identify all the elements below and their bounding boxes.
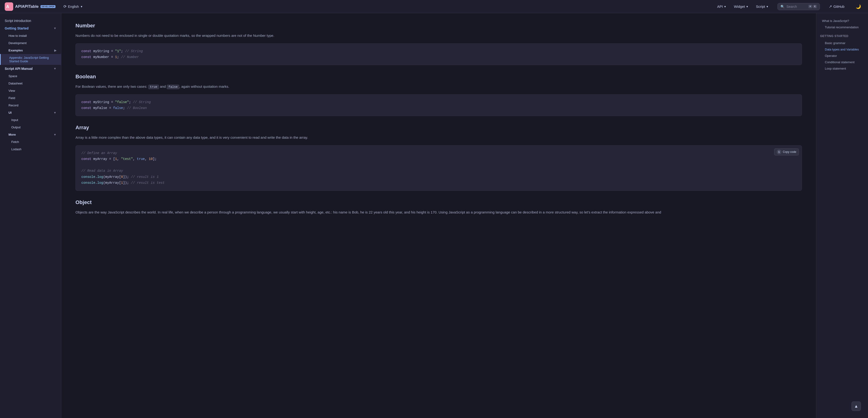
header: A APIAPITable DEVELOPER ⟳ English ▼ API … (0, 0, 868, 13)
logo-icon: A (5, 2, 13, 11)
nav-widget[interactable]: Widget ▼ (731, 3, 752, 10)
code-arr-fn2: console (81, 181, 95, 185)
section-title-object: Object (75, 199, 802, 206)
right-link-conditional[interactable]: Conditional statement (820, 59, 864, 65)
search-box[interactable]: 🔍 Search ⌘ K (777, 3, 820, 10)
code-arr-cm4: // result is test (131, 181, 165, 185)
right-link-tutorial[interactable]: Tutorial recommendation (820, 24, 864, 30)
code-arr-call2e: ]); (123, 181, 131, 185)
sidebar-item-ui[interactable]: UI ▼ (0, 109, 61, 116)
sidebar-item-output-label: Output (11, 125, 21, 129)
code-bool-var2: myFalse (91, 106, 109, 110)
sidebar-item-field[interactable]: Field (0, 94, 61, 102)
language-switcher[interactable]: ⟳ English ▼ (61, 3, 85, 10)
section-text-array: Array is a little more complex than the … (75, 135, 802, 141)
sidebar-item-getting-started[interactable]: Getting Started ▼ (0, 25, 61, 32)
sidebar-item-output[interactable]: Output (0, 124, 61, 131)
code-var-2: myNumber (91, 55, 111, 59)
code-keyword-2: const (81, 55, 91, 59)
sidebar-item-fetch-label: Fetch (11, 140, 19, 144)
sidebar-item-datasheet[interactable]: Datasheet (0, 80, 61, 87)
sidebar-item-space-label: Space (8, 74, 17, 78)
code-bool-eq2: = (109, 106, 113, 110)
nav-widget-label: Widget (734, 4, 745, 8)
code-arr-n1: 1 (115, 157, 117, 161)
sidebar-item-script-introduction[interactable]: Script introduction (0, 17, 61, 25)
code-comment-2: // Number (121, 55, 139, 59)
sidebar-item-appendix[interactable]: Appendix: JavaScript Getting Started Gui… (0, 54, 61, 65)
sidebar-item-field-label: Field (8, 96, 15, 100)
code-arr-call1e: ]); (123, 175, 131, 179)
translate-icon: ⟳ (63, 4, 66, 9)
nav-api[interactable]: API ▼ (714, 3, 730, 10)
sidebar-item-fetch[interactable]: Fetch (0, 138, 61, 146)
sidebar-item-examples[interactable]: Examples ▶ (0, 47, 61, 54)
right-sidebar: What is JavaScript? Tutorial recommendat… (816, 13, 868, 418)
sidebar-item-lodash[interactable]: Lodash (0, 146, 61, 153)
main-content: Number Numbers do not need to be enclose… (61, 13, 816, 418)
code-num: 1 (115, 55, 117, 59)
code-bool-kw1: const (81, 100, 91, 104)
boolean-text-after: , again without quotation marks. (179, 85, 229, 88)
right-link-data-types[interactable]: Data types and Variables (820, 47, 864, 52)
right-link-operator[interactable]: Operator (820, 53, 864, 59)
code-arr-dot1: . (95, 175, 97, 179)
search-key-ctrl: ⌘ (808, 5, 812, 8)
code-inline-false: false (167, 85, 179, 89)
section-title-array: Array (75, 124, 802, 131)
examples-chevron-icon: ▶ (54, 49, 56, 52)
code-bool-kw2: const (81, 106, 91, 110)
code-arr-dot2: . (95, 181, 97, 185)
code-arr-var1: myArray (91, 157, 109, 161)
right-link-what-is-js[interactable]: What is JavaScript? (820, 18, 864, 24)
copy-code-button[interactable]: 1 Copy code (774, 148, 799, 155)
code-block-array: 1 Copy code // Define an Array const myA… (75, 145, 802, 191)
nav-script-label: Script (756, 4, 765, 8)
right-link-basic-grammar[interactable]: Basic grammar (820, 40, 864, 46)
right-link-loop[interactable]: Loop statement (820, 66, 864, 71)
github-link[interactable]: ↗ GitHub (826, 2, 848, 10)
scroll-to-top-button[interactable]: ▲ (851, 401, 861, 411)
search-placeholder: Search (786, 5, 806, 8)
sidebar-item-getting-started-label: Getting Started (5, 26, 29, 30)
lang-chevron-icon: ▼ (80, 5, 83, 8)
sidebar-item-record-label: Record (8, 103, 19, 107)
nav-script[interactable]: Script ▼ (753, 3, 772, 10)
search-kbd: ⌘ K (808, 5, 817, 8)
sidebar-item-how-to-install[interactable]: How to install (0, 32, 61, 39)
lang-label: English (68, 5, 79, 8)
code-arr-call2: (myArray[ (103, 181, 121, 185)
sidebar-item-more-label: More (8, 133, 16, 136)
code-arr-log1: log (97, 175, 103, 179)
code-arr-end1: ]; (153, 157, 157, 161)
sidebar-item-record[interactable]: Record (0, 102, 61, 109)
code-arr-log2: log (97, 181, 103, 185)
theme-toggle-button[interactable]: 🌙 (854, 3, 863, 10)
sidebar-item-more[interactable]: More ▼ (0, 131, 61, 138)
sidebar-item-development[interactable]: Development (0, 39, 61, 47)
section-text-object: Objects are the way JavaScript describes… (75, 209, 802, 215)
section-text-number: Numbers do not need to be enclosed in si… (75, 33, 802, 39)
sidebar-item-script-api-manual-label: Script API Manual (5, 67, 33, 70)
nav-script-chevron-icon: ▼ (766, 5, 769, 8)
sidebar-item-script-api-manual[interactable]: Script API Manual ▼ (0, 65, 61, 72)
sidebar-item-view-label: View (8, 89, 15, 92)
main-nav: API ▼ Widget ▼ Script ▼ (714, 3, 772, 10)
nav-widget-chevron-icon: ▼ (746, 5, 748, 8)
logo[interactable]: A APIAPITable DEVELOPER (5, 2, 55, 11)
code-eq: = (111, 49, 115, 53)
script-api-chevron-icon: ▼ (54, 67, 56, 70)
code-block-boolean: const myString = "false"; // String cons… (75, 94, 802, 116)
search-key-k: K (813, 5, 817, 8)
sidebar-item-space[interactable]: Space (0, 72, 61, 80)
code-arr-cm1: // Define an Array (81, 151, 117, 155)
logo-badge: DEVELOPER (40, 5, 56, 8)
sidebar-item-appendix-label: Appendix: JavaScript Getting Started Gui… (9, 56, 56, 63)
sidebar-item-input-label: Input (11, 118, 18, 122)
sidebar-item-view[interactable]: View (0, 87, 61, 94)
sidebar-item-input[interactable]: Input (0, 116, 61, 124)
copy-icon: 1 (777, 150, 781, 154)
sidebar-item-how-to-install-label: How to install (8, 34, 27, 37)
copy-label: Copy code (783, 150, 796, 154)
sidebar-item-script-introduction-label: Script introduction (5, 19, 31, 23)
